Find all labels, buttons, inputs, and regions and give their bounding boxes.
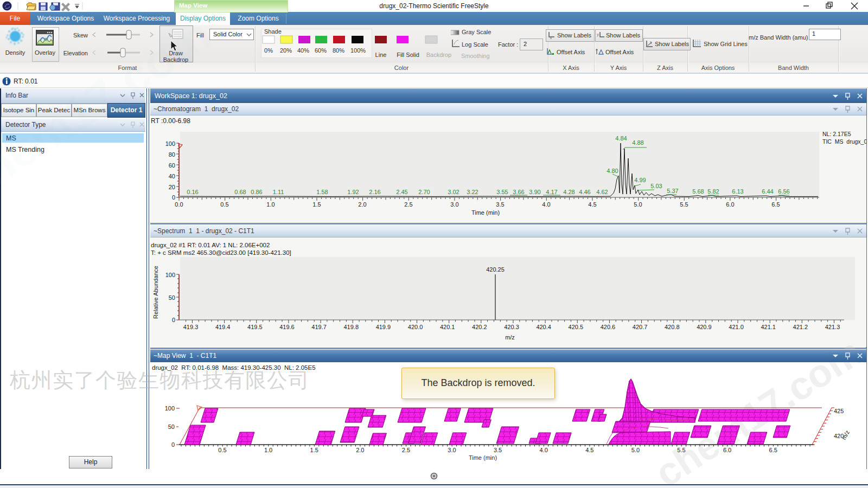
svg-text:420.9: 420.9 bbox=[697, 324, 712, 330]
svg-text:m/z: m/z bbox=[840, 429, 851, 441]
svg-text:425: 425 bbox=[834, 408, 844, 414]
svg-text:0.68: 0.68 bbox=[234, 189, 246, 195]
svg-text:4.5: 4.5 bbox=[588, 201, 596, 208]
svg-text:2.45: 2.45 bbox=[396, 189, 407, 195]
svg-text:419.9: 419.9 bbox=[376, 324, 391, 330]
svg-text:420.6: 420.6 bbox=[601, 324, 616, 330]
svg-text:1.5: 1.5 bbox=[312, 201, 321, 208]
svg-text:5.5: 5.5 bbox=[677, 447, 685, 453]
svg-text:419.5: 419.5 bbox=[247, 324, 263, 330]
svg-text:420.4: 420.4 bbox=[536, 324, 551, 330]
svg-text:3.22: 3.22 bbox=[467, 189, 478, 195]
svg-text:420.0: 420.0 bbox=[408, 324, 423, 330]
svg-text:419.8: 419.8 bbox=[343, 324, 359, 330]
svg-text:4.62: 4.62 bbox=[596, 189, 608, 195]
svg-text:3.66: 3.66 bbox=[513, 189, 524, 195]
svg-text:1.11: 1.11 bbox=[273, 189, 284, 195]
svg-text:1.0: 1.0 bbox=[266, 201, 275, 208]
svg-text:5.37: 5.37 bbox=[667, 188, 678, 194]
svg-text:6.0: 6.0 bbox=[723, 447, 731, 453]
svg-text:Time (min): Time (min) bbox=[471, 209, 500, 216]
svg-text:421.2: 421.2 bbox=[793, 324, 808, 330]
svg-text:5.82: 5.82 bbox=[707, 188, 719, 195]
svg-text:2.70: 2.70 bbox=[418, 189, 430, 195]
svg-text:3.5: 3.5 bbox=[496, 201, 504, 208]
svg-text:3.55: 3.55 bbox=[496, 189, 508, 195]
svg-text:drugx_02 #1 RT: 0.01 AV: 1 NL:: drugx_02 #1 RT: 0.01 AV: 1 NL: 2.06E+002 bbox=[151, 242, 270, 248]
svg-text:420.5: 420.5 bbox=[569, 324, 584, 330]
svg-text:100: 100 bbox=[165, 272, 175, 278]
svg-text:419.3: 419.3 bbox=[183, 324, 199, 330]
svg-text:4.84: 4.84 bbox=[615, 135, 627, 142]
svg-text:m/z: m/z bbox=[505, 334, 515, 341]
svg-text:421.3: 421.3 bbox=[825, 324, 840, 330]
svg-text:0: 0 bbox=[172, 317, 175, 323]
svg-text:5.03: 5.03 bbox=[650, 183, 662, 189]
svg-text:420.8: 420.8 bbox=[665, 324, 680, 330]
svg-text:420.3: 420.3 bbox=[504, 324, 519, 330]
svg-text:0: 0 bbox=[171, 441, 175, 448]
svg-text:5.0: 5.0 bbox=[634, 201, 642, 208]
svg-text:5.0: 5.0 bbox=[631, 447, 640, 453]
svg-text:419.7: 419.7 bbox=[311, 324, 327, 330]
svg-text:40: 40 bbox=[169, 173, 175, 179]
svg-text:1.0: 1.0 bbox=[264, 447, 272, 453]
svg-text:Time (min): Time (min) bbox=[469, 454, 497, 461]
svg-text:2.0: 2.0 bbox=[356, 447, 364, 453]
svg-text:5.68: 5.68 bbox=[692, 188, 704, 195]
svg-text:4.88: 4.88 bbox=[632, 139, 643, 146]
svg-text:6.5: 6.5 bbox=[771, 201, 780, 208]
svg-text:1.92: 1.92 bbox=[347, 189, 359, 195]
svg-text:2.5: 2.5 bbox=[404, 201, 412, 208]
svg-text:0.86: 0.86 bbox=[251, 189, 262, 195]
svg-text:2.0: 2.0 bbox=[358, 201, 366, 208]
svg-text:6.56: 6.56 bbox=[778, 188, 789, 195]
svg-text:6.5: 6.5 bbox=[769, 447, 777, 453]
svg-text:421.1: 421.1 bbox=[761, 324, 776, 330]
svg-text:1.58: 1.58 bbox=[316, 189, 328, 195]
svg-text:4.28: 4.28 bbox=[563, 189, 575, 195]
svg-text:3.90: 3.90 bbox=[529, 189, 540, 195]
svg-text:Relative Abundance: Relative Abundance bbox=[152, 266, 159, 319]
svg-text:2.16: 2.16 bbox=[369, 189, 380, 195]
svg-text:0.0: 0.0 bbox=[175, 201, 183, 208]
svg-text:6.13: 6.13 bbox=[732, 188, 743, 195]
svg-text:60: 60 bbox=[169, 162, 175, 169]
svg-text:NL: 2.17E5: NL: 2.17E5 bbox=[822, 131, 851, 137]
svg-text:2.5: 2.5 bbox=[402, 447, 410, 453]
svg-text:1.5: 1.5 bbox=[310, 447, 318, 453]
svg-text:421.0: 421.0 bbox=[729, 324, 744, 330]
svg-text:0.5: 0.5 bbox=[220, 201, 228, 208]
svg-text:0: 0 bbox=[172, 194, 175, 201]
svg-text:419.4: 419.4 bbox=[215, 324, 231, 330]
svg-text:420.2: 420.2 bbox=[472, 324, 487, 330]
svg-text:50: 50 bbox=[169, 294, 175, 301]
svg-text:80: 80 bbox=[169, 151, 175, 158]
svg-text:420.1: 420.1 bbox=[440, 324, 455, 330]
svg-text:0.16: 0.16 bbox=[187, 189, 198, 195]
svg-text:4.0: 4.0 bbox=[542, 201, 550, 208]
svg-text:0.5: 0.5 bbox=[218, 447, 226, 453]
svg-text:4.80: 4.80 bbox=[607, 168, 618, 174]
svg-text:100: 100 bbox=[165, 140, 175, 147]
svg-text:419.6: 419.6 bbox=[279, 324, 295, 330]
svg-text:4.46: 4.46 bbox=[579, 189, 590, 195]
svg-text:420.25: 420.25 bbox=[486, 266, 505, 273]
svg-text:5.5: 5.5 bbox=[680, 201, 688, 208]
svg-text:420.7: 420.7 bbox=[633, 324, 648, 330]
svg-text:4.0: 4.0 bbox=[540, 447, 548, 453]
svg-text:3.0: 3.0 bbox=[448, 447, 456, 453]
svg-text:4.17: 4.17 bbox=[546, 189, 557, 195]
svg-text:TIC MS drugx_02: TIC MS drugx_02 bbox=[822, 138, 866, 145]
svg-text:50: 50 bbox=[168, 423, 175, 430]
svg-text:3.02: 3.02 bbox=[448, 189, 459, 195]
svg-text:3.0: 3.0 bbox=[450, 201, 458, 208]
svg-text:y: y bbox=[597, 32, 599, 37]
svg-text:RT :0.00-6.98: RT :0.00-6.98 bbox=[151, 117, 190, 125]
svg-text:3.5: 3.5 bbox=[494, 447, 502, 453]
svg-text:6.44: 6.44 bbox=[762, 188, 773, 195]
svg-text:4.5: 4.5 bbox=[585, 447, 593, 453]
svg-text:4.99: 4.99 bbox=[634, 177, 646, 183]
svg-text:20: 20 bbox=[169, 184, 175, 190]
svg-text:T: + c SRM ms2 465.30@cid23.00: T: + c SRM ms2 465.30@cid23.00 [419.30-4… bbox=[151, 249, 291, 256]
